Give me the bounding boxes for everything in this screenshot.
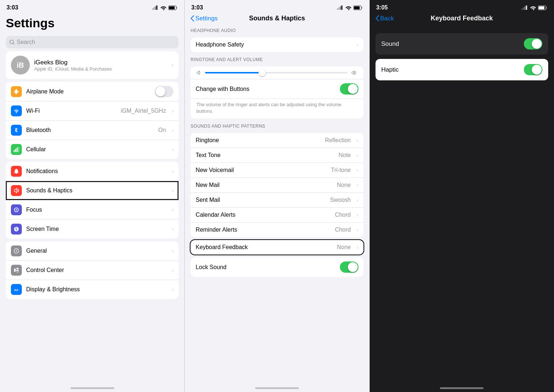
newvoicemail-row[interactable]: New Voicemail Tri-tone › (190, 163, 363, 178)
back-chevron-icon-2 (190, 15, 194, 21)
airplane-toggle-thumb (156, 87, 165, 96)
search-placeholder: Search (17, 39, 35, 45)
lock-sound-toggle[interactable] (340, 261, 358, 273)
newmail-row[interactable]: New Mail None › (190, 178, 363, 193)
newvoicemail-chevron: › (357, 167, 358, 173)
back-chevron-icon-3 (376, 15, 379, 21)
newmail-chevron: › (357, 182, 358, 188)
haptic-toggle[interactable] (524, 64, 542, 75)
change-with-buttons-toggle[interactable] (340, 83, 358, 95)
display-icon: AA (11, 284, 22, 295)
status-bar-2: 3:03 (185, 0, 369, 13)
svg-rect-33 (538, 6, 544, 9)
profile-row[interactable]: iB iGeeks Blog Apple ID, iCloud, Media &… (6, 51, 178, 79)
search-bar[interactable]: Search (6, 36, 178, 48)
svg-rect-16 (16, 268, 19, 269)
headphone-group: Headphone Safety › (190, 37, 363, 52)
notifications-row[interactable]: Notifications › (6, 162, 178, 181)
screentime-label: Screen Time (26, 226, 166, 232)
svg-rect-1 (153, 7, 154, 10)
panel-sounds-haptics: 3:03 Settings Sounds & Hap (184, 0, 369, 392)
svg-point-14 (16, 250, 17, 252)
nav-back-2[interactable]: Settings (190, 15, 217, 22)
status-bar-3: 3:05 (370, 0, 554, 13)
avatar: iB (11, 56, 30, 75)
sentmail-row[interactable]: Sent Mail Swoosh › (190, 193, 363, 208)
screentime-row[interactable]: Screen Time › (6, 220, 178, 239)
texttone-row[interactable]: Text Tone Note › (190, 148, 363, 163)
keyboard-feedback-group: Keyboard Feedback None › (190, 240, 363, 255)
change-with-buttons-label: Change with Buttons (196, 86, 335, 92)
panel-keyboard-feedback: 3:05 (369, 0, 554, 392)
status-time-1: 3:03 (7, 4, 18, 11)
volume-low-icon (196, 70, 201, 75)
focus-label: Focus (26, 207, 166, 213)
display-row[interactable]: AA Display & Brightness › (6, 280, 178, 299)
volume-row[interactable] (190, 67, 363, 79)
notifications-chevron: › (172, 168, 174, 174)
lock-sound-row[interactable]: Lock Sound (190, 257, 363, 277)
airplane-mode-label: Airplane Mode (26, 88, 150, 95)
haptic-row[interactable]: Haptic (376, 59, 548, 80)
volume-fill (205, 72, 262, 73)
ringtone-row[interactable]: Ringtone Reflection › (190, 133, 363, 148)
general-label: General (26, 248, 166, 254)
focus-icon (11, 204, 22, 215)
reminderalerts-row[interactable]: Reminder Alerts Chord › (190, 223, 363, 237)
profile-info: iGeeks Blog Apple ID, iCloud, Media & Pu… (34, 59, 167, 72)
home-bar-1 (71, 387, 114, 389)
status-icons-3 (522, 5, 547, 10)
wifi-label: Wi-Fi (26, 108, 116, 114)
status-icons-2 (337, 5, 363, 10)
change-with-buttons-row[interactable]: Change with Buttons (190, 79, 363, 99)
volume-track[interactable] (205, 72, 347, 73)
haptic-card: Haptic (376, 59, 548, 80)
texttone-label: Text Tone (196, 152, 334, 159)
focus-row[interactable]: Focus › (6, 200, 178, 220)
keyboard-feedback-row[interactable]: Keyboard Feedback None › (190, 240, 363, 255)
notifications-group: Notifications › Sounds & Haptics › Focus… (6, 162, 178, 239)
wifi-status-icon-3 (530, 5, 536, 10)
cellular-row[interactable]: Cellular › (6, 140, 178, 159)
bluetooth-chevron: › (172, 127, 174, 133)
connectivity-group: Airplane Mode Wi-Fi iGM_Airtel_5GHz › B (6, 82, 178, 159)
sounds-chevron: › (172, 188, 174, 193)
status-time-3: 3:05 (376, 4, 388, 11)
ringtone-chevron: › (357, 137, 358, 143)
sound-toggle[interactable] (524, 38, 542, 49)
headphone-safety-row[interactable]: Headphone Safety › (190, 37, 363, 52)
reminderalerts-label: Reminder Alerts (196, 227, 330, 233)
home-indicator-2 (185, 384, 369, 392)
svg-rect-12 (18, 147, 19, 152)
bluetooth-icon (11, 125, 22, 136)
sounds-haptics-row[interactable]: Sounds & Haptics › (6, 181, 178, 200)
general-chevron: › (172, 248, 174, 254)
controlcenter-row[interactable]: Control Center › (6, 261, 178, 280)
svg-rect-20 (337, 8, 338, 10)
bluetooth-row[interactable]: Bluetooth On › (6, 121, 178, 140)
sound-row[interactable]: Sound (376, 33, 548, 55)
newvoicemail-label: New Voicemail (196, 167, 326, 173)
page-title: Settings (0, 13, 184, 33)
svg-text:AA: AA (14, 288, 19, 292)
wifi-icon (11, 105, 22, 116)
svg-rect-11 (17, 148, 18, 152)
airplane-mode-toggle[interactable] (155, 86, 173, 97)
wifi-row[interactable]: Wi-Fi iGM_Airtel_5GHz › (6, 101, 178, 121)
svg-rect-21 (338, 7, 340, 10)
general-row[interactable]: General › (6, 241, 178, 261)
change-with-buttons-thumb (348, 84, 358, 94)
airplane-mode-row[interactable]: Airplane Mode (6, 82, 178, 101)
svg-rect-28 (523, 7, 524, 10)
haptic-toggle-thumb (532, 65, 542, 75)
keyboard-feedback-value: None (337, 244, 351, 251)
calendaralerts-row[interactable]: Calendar Alerts Chord › (190, 208, 363, 223)
svg-rect-3 (156, 5, 157, 10)
svg-rect-27 (522, 8, 523, 10)
sound-toggle-thumb (532, 39, 542, 49)
sentmail-chevron: › (357, 197, 358, 203)
cellular-label: Cellular (26, 146, 166, 153)
svg-line-8 (13, 43, 14, 44)
nav-back-3[interactable]: Back (376, 15, 394, 22)
svg-rect-15 (14, 269, 16, 272)
